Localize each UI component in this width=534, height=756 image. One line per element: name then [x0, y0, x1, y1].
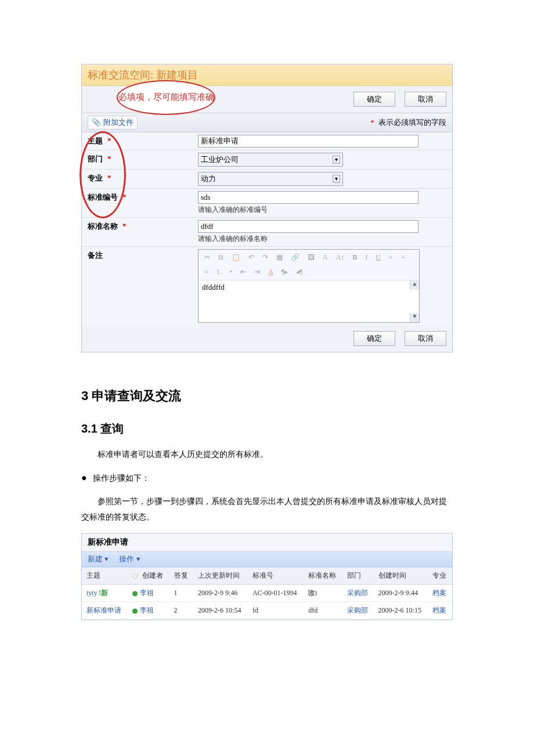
- table-row[interactable]: tyty!新李祖12009-2-9 9:46AC-00-01-1994嗷i采购部…: [82, 585, 452, 602]
- major-label: 专业 *: [82, 170, 198, 188]
- dept-select[interactable]: 工业炉公司 ▾: [198, 153, 343, 167]
- font-color-icon[interactable]: A: [266, 267, 276, 278]
- row-subject-link[interactable]: 新标准申请: [86, 606, 121, 614]
- paragraph-2: 参照第一节，步骤一到步骤四，系统会首先显示出本人曾提交的所有标准申请及标准审核人…: [81, 494, 453, 525]
- bullet-icon: ●: [81, 473, 87, 483]
- bullet-steps: ● 操作步骤如下：: [81, 471, 453, 487]
- align-center-icon[interactable]: ≡: [399, 252, 407, 263]
- table-row[interactable]: 新标准申请李祖22009-2-6 10:54fddfd采购部2009-2-6 1…: [82, 602, 452, 620]
- bottom-button-bar: 确定 取消: [82, 325, 452, 352]
- align-left-icon[interactable]: ≡: [387, 252, 395, 263]
- paperclip-icon: 📎: [92, 118, 101, 127]
- col-subject[interactable]: 主题: [82, 567, 128, 585]
- new-menu[interactable]: 新建 ▾: [88, 554, 109, 564]
- font-size-icon[interactable]: A↕: [334, 252, 347, 263]
- row-created: 2009-2-9 9:44: [374, 585, 428, 602]
- image-icon[interactable]: 🖼: [305, 252, 317, 263]
- row-creator-link[interactable]: 李祖: [140, 589, 154, 597]
- remark-editor-body[interactable]: dfddffd ▲ ▼: [199, 280, 419, 322]
- list-ol-icon[interactable]: 1.: [214, 267, 224, 278]
- row-replies: 2: [169, 602, 194, 620]
- col-created[interactable]: 创建时间: [374, 567, 428, 585]
- cancel-button-top[interactable]: 取消: [405, 92, 446, 107]
- subject-label: 主题 *: [82, 132, 198, 150]
- chevron-down-icon: ▾: [333, 175, 340, 183]
- row-major-link[interactable]: 档案: [432, 606, 446, 614]
- required-star-icon: *: [370, 118, 374, 127]
- new-tag: !新: [99, 589, 108, 597]
- col-creator[interactable]: ◌ 创建者: [128, 567, 169, 585]
- row-subject-link[interactable]: tyty: [86, 589, 98, 597]
- link-icon[interactable]: 🔗: [288, 252, 302, 263]
- presence-icon: [132, 591, 138, 596]
- row-dept-link[interactable]: 采购部: [347, 589, 368, 597]
- confirm-button-top[interactable]: 确定: [353, 92, 395, 107]
- new-item-form: 标准交流空间: 新建项目 必填项，尽可能填写准确 确定 取消 📎 附加文件 * …: [81, 64, 453, 352]
- request-list-panel: 新标准申请 新建 ▾ 操作 ▾ 主题 ◌ 创建者 答复 上次更新时间 标准号 标…: [81, 533, 453, 620]
- ops-menu[interactable]: 操作 ▾: [119, 554, 140, 564]
- list-title: 新标准申请: [82, 534, 452, 552]
- presence-icon: [132, 609, 138, 614]
- copy-icon[interactable]: ⧉: [216, 252, 226, 263]
- underline-icon[interactable]: U: [373, 252, 383, 263]
- row-creator-link[interactable]: 李祖: [140, 606, 154, 614]
- col-major[interactable]: 专业: [428, 567, 452, 585]
- required-star-icon: *: [107, 154, 111, 163]
- std-no-label-text: 标准编号: [88, 192, 118, 203]
- std-name-hint: 请输入准确的标准名称: [198, 234, 446, 244]
- ltr-icon[interactable]: ¶▸: [279, 267, 290, 278]
- scroll-down-icon[interactable]: ▼: [410, 313, 419, 322]
- remark-editor[interactable]: ✂ ⧉ 📋 ↶ ↷ ▦ 🔗 🖼 A A↕ B I U: [198, 249, 420, 323]
- bold-icon[interactable]: B: [350, 252, 359, 263]
- bullet-text: 操作步骤如下：: [93, 471, 150, 487]
- align-right-icon[interactable]: ≡: [202, 267, 211, 278]
- rtl-icon[interactable]: ◂¶: [294, 267, 305, 278]
- redo-icon[interactable]: ↷: [260, 252, 270, 263]
- major-select[interactable]: 动力 ▾: [198, 172, 343, 186]
- section-heading-3: 3 申请查询及交流: [81, 387, 453, 405]
- indent-icon[interactable]: ⇥: [252, 267, 262, 278]
- user-icon: ◌: [132, 572, 138, 579]
- font-icon[interactable]: A: [320, 252, 330, 263]
- required-star-icon: *: [122, 221, 127, 231]
- list-ul-icon[interactable]: •: [228, 267, 234, 278]
- row-major-link[interactable]: 档案: [432, 589, 446, 597]
- col-updated[interactable]: 上次更新时间: [193, 567, 248, 585]
- row-dept-link[interactable]: 采购部: [347, 606, 368, 614]
- major-label-text: 专业: [88, 173, 103, 183]
- col-std-name[interactable]: 标准名称: [304, 567, 342, 585]
- table-icon[interactable]: ▦: [274, 252, 285, 263]
- attach-file-label: 附加文件: [103, 117, 134, 128]
- form-title-prefix: 标准交流空间:: [88, 69, 153, 81]
- scroll-up-icon[interactable]: ▲: [410, 280, 419, 290]
- cut-icon[interactable]: ✂: [202, 252, 212, 263]
- std-name-label: 标准名称 *: [82, 218, 198, 246]
- confirm-button-bottom[interactable]: 确定: [353, 331, 395, 346]
- section-heading-3-1: 3.1 查询: [81, 421, 453, 437]
- dept-select-value: 工业炉公司: [201, 154, 239, 165]
- subject-input[interactable]: [198, 135, 418, 147]
- cancel-button-bottom[interactable]: 取消: [405, 331, 446, 346]
- undo-icon[interactable]: ↶: [246, 252, 257, 263]
- form-title-action: 新建项目: [156, 69, 198, 81]
- rte-toolbar[interactable]: ✂ ⧉ 📋 ↶ ↷ ▦ 🔗 🖼 A A↕ B I U: [199, 250, 419, 280]
- required-note: * 表示必须填写的字段: [368, 117, 446, 128]
- row-std-no: AC-00-01-1994: [248, 585, 304, 602]
- outdent-icon[interactable]: ⇤: [238, 267, 248, 278]
- std-name-input[interactable]: [198, 220, 418, 233]
- paragraph-1: 标准申请者可以查看本人历史提交的所有标准。: [81, 447, 453, 463]
- subject-label-text: 主题: [88, 136, 103, 146]
- paste-icon[interactable]: 📋: [229, 252, 243, 263]
- italic-icon[interactable]: I: [363, 252, 370, 263]
- request-table: 主题 ◌ 创建者 答复 上次更新时间 标准号 标准名称 部门 创建时间 专业 t…: [82, 567, 452, 620]
- row-replies: 1: [169, 585, 194, 602]
- col-dept[interactable]: 部门: [342, 567, 374, 585]
- attach-file-link[interactable]: 📎 附加文件: [88, 116, 138, 129]
- required-note-text: 表示必须填写的字段: [378, 118, 446, 127]
- std-no-hint: 请输入准确的标准编号: [198, 205, 446, 215]
- remark-label-text: 备注: [88, 250, 103, 261]
- std-no-input[interactable]: [198, 191, 418, 204]
- std-no-label: 标准编号 *: [82, 189, 198, 217]
- col-std-no[interactable]: 标准号: [248, 567, 304, 585]
- col-replies[interactable]: 答复: [169, 567, 194, 585]
